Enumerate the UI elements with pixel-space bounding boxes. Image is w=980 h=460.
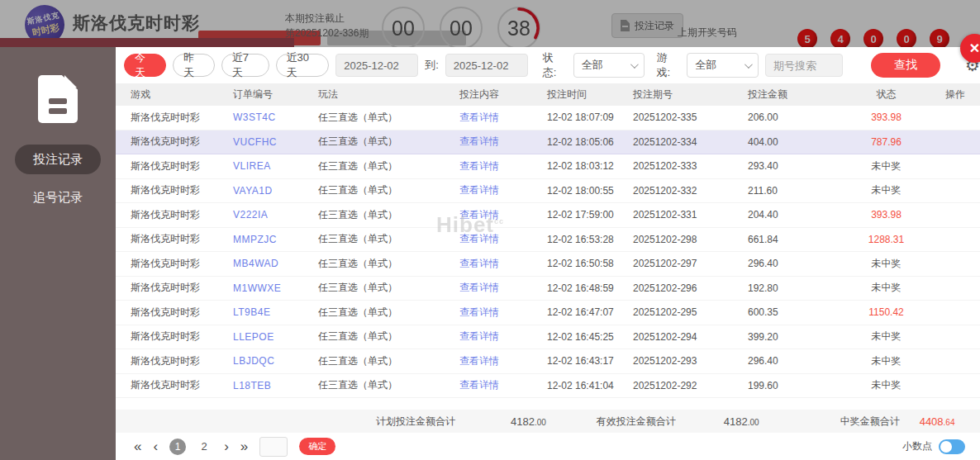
page-number[interactable]: 2 <box>196 439 212 455</box>
cell-game: 斯洛伐克时时彩 <box>131 306 233 320</box>
cell-bet-amount: 296.40 <box>748 355 843 367</box>
cell-bet-time: 12-02 18:03:12 <box>547 160 633 172</box>
cell-bet-period: 20251202-334 <box>633 136 748 148</box>
column-header: 玩法 <box>318 88 459 102</box>
status-label: 状态: <box>543 50 567 80</box>
cell-play-type: 任三直选（单式） <box>318 183 459 197</box>
date-from-input[interactable] <box>335 54 418 77</box>
order-id-link[interactable]: W3ST4C <box>233 111 318 123</box>
order-id-link[interactable]: VAYA1D <box>233 185 318 197</box>
table-row: 斯洛伐克时时彩 MB4WAD 任三直选（单式） 查看详情 12-02 16:50… <box>116 252 980 277</box>
cell-bet-amount: 600.35 <box>748 306 843 318</box>
period-search-input[interactable] <box>765 54 843 77</box>
cell-bet-amount: 199.60 <box>748 380 843 391</box>
status-select[interactable]: 全部 <box>573 53 645 78</box>
view-details-link[interactable]: 查看详情 <box>459 330 547 344</box>
table-row: 斯洛伐克时时彩 W3ST4C 任三直选（单式） 查看详情 12-02 18:07… <box>116 106 980 130</box>
view-details-link[interactable]: 查看详情 <box>459 354 547 368</box>
cell-bet-period: 20251202-292 <box>633 380 748 391</box>
cell-bet-time: 12-02 18:05:06 <box>547 136 633 148</box>
draw-ball: 5 <box>797 29 817 49</box>
game-select[interactable]: 全部 <box>687 53 759 78</box>
table-header: 游戏订单编号玩法投注内容投注时间投注期号投注金额状态操作 <box>116 83 980 106</box>
column-header: 投注期号 <box>633 88 748 102</box>
order-id-link[interactable]: VUCFHC <box>233 136 318 148</box>
view-details-link[interactable]: 查看详情 <box>459 111 547 125</box>
prev-page-icon[interactable]: ‹ <box>153 439 158 453</box>
quick-range-button[interactable]: 今天 <box>124 54 166 77</box>
cell-status: 1288.31 <box>868 234 904 245</box>
cell-bet-period: 20251202-298 <box>633 234 748 245</box>
game-label: 游戏: <box>656 50 680 80</box>
view-details-link[interactable]: 查看详情 <box>459 378 547 392</box>
cell-play-type: 任三直选（单式） <box>318 257 459 271</box>
records-doc-icon <box>38 75 78 123</box>
order-id-link[interactable]: LBJDQC <box>233 355 318 367</box>
cell-bet-amount: 293.40 <box>748 160 843 172</box>
table-row: 斯洛伐克时时彩 VAYA1D 任三直选（单式） 查看详情 12-02 18:00… <box>116 179 980 204</box>
quick-range-group: 今天昨天近7天近30天 <box>124 54 329 77</box>
page-jump-input[interactable] <box>259 437 288 457</box>
cell-bet-time: 12-02 16:45:25 <box>547 331 633 343</box>
cell-game: 斯洛伐克时时彩 <box>131 208 233 222</box>
cell-play-type: 任三直选（单式） <box>318 159 459 173</box>
cell-play-type: 任三直选（单式） <box>318 135 459 149</box>
order-id-link[interactable]: MB4WAD <box>233 258 318 269</box>
cell-game: 斯洛伐克时时彩 <box>131 378 233 392</box>
next-page-icon[interactable]: › <box>224 439 229 453</box>
order-id-link[interactable]: L18TEB <box>233 380 318 391</box>
cell-bet-amount: 404.00 <box>748 136 843 148</box>
sidebar-item[interactable]: 投注记录 <box>15 145 101 174</box>
cell-bet-time: 12-02 16:50:58 <box>547 258 633 269</box>
view-details-link[interactable]: 查看详情 <box>459 183 547 197</box>
cell-bet-time: 12-02 18:00:55 <box>547 185 633 197</box>
cell-status: 未中奖 <box>872 183 902 197</box>
last-page-icon[interactable]: » <box>240 439 248 453</box>
countdown-minutes-low: 00 <box>440 7 483 50</box>
bet-record-header-button[interactable]: 投注记录 <box>611 13 683 38</box>
order-id-link[interactable]: M1WWXE <box>233 282 318 294</box>
cell-game: 斯洛伐克时时彩 <box>131 330 233 344</box>
cell-bet-amount: 192.80 <box>748 282 843 294</box>
decimal-toggle[interactable] <box>939 439 965 454</box>
cell-game: 斯洛伐克时时彩 <box>131 257 233 271</box>
quick-range-button[interactable]: 昨天 <box>173 54 215 77</box>
confirm-page-button[interactable]: 确定 <box>299 438 335 455</box>
page-number[interactable]: 1 <box>169 439 186 455</box>
filter-bar: 今天昨天近7天近30天 到: 状态: 全部 游戏: 全部 查找 ⚙ <box>116 47 980 83</box>
cell-status: 未中奖 <box>872 281 902 295</box>
view-details-link[interactable]: 查看详情 <box>459 306 547 320</box>
table-row: 斯洛伐克时时彩 LLEPOE 任三直选（单式） 查看详情 12-02 16:45… <box>116 325 980 350</box>
game-select-value: 全部 <box>695 58 716 73</box>
order-id-link[interactable]: V222IA <box>233 209 318 221</box>
column-header: 投注内容 <box>459 88 547 102</box>
quick-range-button[interactable]: 近30天 <box>276 54 330 77</box>
cell-bet-time: 12-02 17:59:00 <box>547 209 633 221</box>
order-id-link[interactable]: LT9B4E <box>233 306 318 318</box>
order-id-link[interactable]: VLIREA <box>233 160 318 172</box>
cell-bet-amount: 661.84 <box>748 234 843 245</box>
cell-bet-period: 20251202-332 <box>633 185 748 197</box>
cell-bet-time: 12-02 16:47:07 <box>547 306 633 318</box>
table-row: 斯洛伐克时时彩 VLIREA 任三直选（单式） 查看详情 12-02 18:03… <box>116 154 980 179</box>
cell-bet-time: 12-02 18:07:09 <box>547 111 633 123</box>
view-details-link[interactable]: 查看详情 <box>459 135 547 149</box>
order-id-link[interactable]: MMPZJC <box>233 234 318 245</box>
cell-bet-period: 20251202-296 <box>633 282 748 294</box>
first-page-icon[interactable]: « <box>134 439 141 453</box>
date-to-input[interactable] <box>445 54 528 77</box>
quick-range-button[interactable]: 近7天 <box>221 54 269 77</box>
to-label: 到: <box>425 58 439 73</box>
view-details-link[interactable]: 查看详情 <box>459 257 547 271</box>
cell-bet-period: 20251202-333 <box>633 160 748 172</box>
cell-status: 未中奖 <box>872 378 902 392</box>
table-row: 斯洛伐克时时彩 MMPZJC 任三直选（单式） 查看详情 12-02 16:53… <box>116 228 980 253</box>
view-details-link[interactable]: 查看详情 <box>459 159 547 173</box>
order-id-link[interactable]: LLEPOE <box>233 331 318 343</box>
search-button[interactable]: 查找 <box>871 53 940 78</box>
draw-ball: 4 <box>830 29 850 49</box>
view-details-link[interactable]: 查看详情 <box>459 281 547 295</box>
toggle-knob <box>940 441 952 453</box>
sidebar-item[interactable]: 追号记录 <box>15 183 101 212</box>
cell-bet-amount: 204.40 <box>748 209 843 221</box>
